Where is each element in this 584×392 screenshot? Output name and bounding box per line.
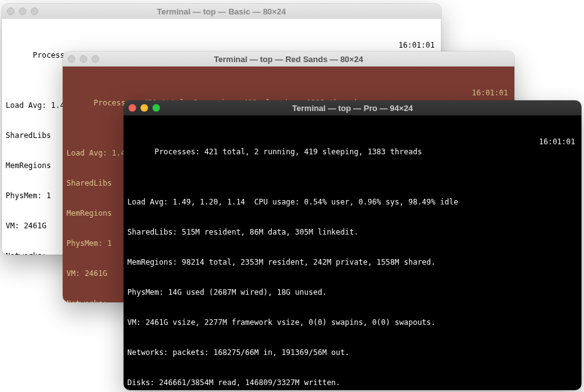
zoom-icon[interactable] (92, 55, 99, 63)
minimize-icon[interactable] (19, 8, 26, 15)
titlebar[interactable]: Terminal — top — Red Sands — 80×24 (63, 51, 514, 66)
window-title: Terminal — top — Red Sands — 80×24 (68, 55, 509, 64)
clock: 16:01:01 (472, 88, 508, 98)
clock: 16:01:01 (398, 40, 435, 50)
header-line: VM: 2461G vsize, 2277M framework vsize, … (127, 317, 578, 327)
header-line: PhysMem: 14G used (2687M wired), 18G unu… (127, 287, 578, 297)
traffic-lights (68, 55, 99, 63)
close-icon[interactable] (129, 104, 136, 112)
traffic-lights (7, 8, 38, 15)
proc-summary: Processes: 421 total, 2 running, 419 sle… (154, 147, 422, 156)
window-title: Terminal — top — Pro — 94×24 (129, 103, 576, 113)
close-icon[interactable] (68, 55, 75, 63)
window-title: Terminal — top — Basic — 80×24 (7, 7, 436, 16)
header-line: Load Avg: 1.49, 1.20, 1.14 CPU usage: 0.… (127, 197, 578, 207)
close-icon[interactable] (7, 8, 14, 15)
terminal-content[interactable]: Processes: 421 total, 2 running, 419 sle… (124, 115, 581, 390)
header-line: Networks: packets: 168275/66M in, 191369… (127, 347, 578, 358)
header-line: MemRegions: 98214 total, 2353M resident,… (127, 257, 578, 267)
titlebar[interactable]: Terminal — top — Basic — 80×24 (2, 4, 441, 19)
minimize-icon[interactable] (141, 104, 148, 112)
terminal-window-pro[interactable]: Terminal — top — Pro — 94×24 Processes: … (124, 100, 581, 390)
titlebar[interactable]: Terminal — top — Pro — 94×24 (124, 100, 581, 115)
header-line: SharedLibs: 515M resident, 86M data, 305… (127, 227, 578, 237)
clock: 16:01:01 (539, 137, 575, 147)
minimize-icon[interactable] (80, 55, 87, 63)
traffic-lights (129, 104, 160, 112)
zoom-icon[interactable] (31, 8, 38, 15)
header-line: Disks: 246661/3854M read, 146809/3327M w… (127, 378, 578, 388)
zoom-icon[interactable] (152, 104, 160, 112)
